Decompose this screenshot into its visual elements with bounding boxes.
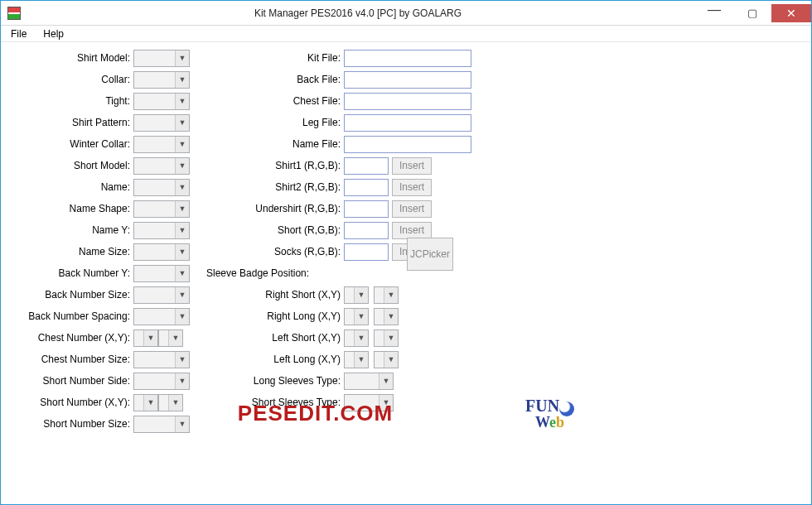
label-short-rgb: Short (R,G,B):: [196, 224, 344, 236]
label-right-short-xy: Right Short (X,Y): [196, 289, 344, 301]
select-right-long-y[interactable]: ▼: [374, 308, 399, 325]
input-leg-file[interactable]: [344, 114, 471, 132]
pesedit-logo: PESEDIT.COM: [238, 401, 393, 426]
select-chest-number-size[interactable]: ▼: [133, 351, 190, 368]
label-undershirt-rgb: Undershirt (R,G,B):: [196, 203, 344, 214]
select-back-number-size[interactable]: ▼: [133, 286, 190, 304]
chevron-down-icon: ▼: [175, 180, 189, 195]
input-shirt1-rgb[interactable]: [344, 157, 389, 175]
label-kit-file: Kit File:: [196, 52, 344, 64]
chevron-down-icon: ▼: [384, 330, 398, 346]
label-collar: Collar:: [1, 74, 133, 85]
input-undershirt-rgb[interactable]: [344, 200, 389, 218]
chevron-down-icon: ▼: [354, 352, 368, 368]
select-long-sleeves[interactable]: ▼: [344, 373, 394, 390]
label-chest-file: Chest File:: [196, 95, 344, 107]
chevron-down-icon: ▼: [175, 287, 189, 303]
select-right-long-x[interactable]: ▼: [344, 308, 369, 325]
label-tight: Tight:: [1, 95, 133, 107]
select-back-number-spacing[interactable]: ▼: [133, 308, 190, 325]
input-name-file[interactable]: [344, 136, 471, 153]
jcpicker-button[interactable]: JCPicker: [407, 238, 453, 271]
insert-shirt1-button[interactable]: Insert: [392, 157, 432, 175]
select-shirt-model[interactable]: ▼: [133, 50, 190, 67]
chevron-down-icon: ▼: [143, 330, 157, 346]
select-name-size[interactable]: ▼: [133, 243, 190, 261]
chevron-down-icon: ▼: [175, 50, 189, 66]
select-name-y[interactable]: ▼: [133, 222, 190, 239]
select-chest-number-x[interactable]: ▼: [133, 329, 158, 347]
select-left-long-x[interactable]: ▼: [344, 351, 369, 368]
label-left-long-xy: Left Long (X,Y): [196, 354, 344, 365]
insert-undershirt-button[interactable]: Insert: [392, 200, 432, 218]
chevron-down-icon: ▼: [175, 244, 189, 260]
input-chest-file[interactable]: [344, 93, 471, 110]
menubar: File Help: [1, 26, 811, 42]
label-short-model: Short Model:: [1, 160, 133, 171]
label-back-file: Back File:: [196, 74, 344, 85]
chevron-down-icon: ▼: [175, 373, 189, 389]
select-collar[interactable]: ▼: [133, 71, 190, 89]
window-title: Kit Manager PES2016 v4.0 [PC] by GOALARG: [21, 7, 695, 19]
chevron-down-icon: ▼: [384, 287, 398, 303]
chevron-down-icon: ▼: [175, 115, 189, 131]
select-right-short-y[interactable]: ▼: [374, 286, 399, 304]
select-tight[interactable]: ▼: [133, 93, 190, 110]
menu-help[interactable]: Help: [36, 26, 70, 41]
close-button[interactable]: ✕: [771, 4, 811, 22]
insert-short-button[interactable]: Insert: [392, 222, 432, 239]
label-chest-number-size: Chest Number Size:: [1, 354, 133, 365]
chevron-down-icon: ▼: [175, 352, 189, 368]
select-shirt-pattern[interactable]: ▼: [133, 114, 190, 132]
select-back-number-y[interactable]: ▼: [133, 265, 190, 282]
menu-file[interactable]: File: [4, 26, 33, 41]
label-name-y: Name Y:: [1, 224, 133, 236]
select-short-model[interactable]: ▼: [133, 157, 190, 175]
label-chest-number-xy: Chest Number (X,Y):: [1, 332, 133, 344]
label-shirt1-rgb: Shirt1 (R,G,B):: [196, 160, 344, 171]
label-name: Name:: [1, 181, 133, 193]
chevron-down-icon: ▼: [354, 287, 368, 303]
select-winter-collar[interactable]: ▼: [133, 136, 190, 153]
titlebar: Kit Manager PES2016 v4.0 [PC] by GOALARG…: [1, 1, 811, 26]
select-chest-number-y[interactable]: ▼: [158, 329, 183, 347]
minimize-button[interactable]: —: [695, 4, 733, 22]
label-name-file: Name File:: [196, 138, 344, 150]
label-back-number-size: Back Number Size:: [1, 289, 133, 301]
chevron-down-icon: ▼: [175, 266, 189, 281]
footer: PESEDIT.COM FUN Web: [1, 399, 811, 428]
label-short-number-side: Short Number Side:: [1, 375, 133, 387]
funweb-logo: FUN Web: [525, 399, 574, 428]
chevron-down-icon: ▼: [175, 201, 189, 217]
input-socks-rgb[interactable]: [344, 243, 389, 261]
select-name[interactable]: ▼: [133, 179, 190, 196]
select-left-short-y[interactable]: ▼: [374, 329, 399, 347]
label-right-long-xy: Right Long (X,Y): [196, 310, 344, 322]
input-shirt2-rgb[interactable]: [344, 179, 389, 196]
label-long-sleeves: Long Sleeves Type:: [196, 375, 344, 387]
chevron-down-icon: ▼: [175, 137, 189, 152]
insert-shirt2-button[interactable]: Insert: [392, 179, 432, 196]
app-icon: [7, 7, 21, 20]
label-name-size: Name Size:: [1, 246, 133, 257]
chevron-down-icon: ▼: [175, 223, 189, 238]
select-right-short-x[interactable]: ▼: [344, 286, 369, 304]
label-socks-rgb: Socks (R,G,B):: [196, 246, 344, 257]
label-shirt2-rgb: Shirt2 (R,G,B):: [196, 181, 344, 193]
input-back-file[interactable]: [344, 71, 471, 89]
chevron-down-icon: ▼: [354, 309, 368, 325]
label-left-short-xy: Left Short (X,Y): [196, 332, 344, 344]
label-back-number-spacing: Back Number Spacing:: [1, 310, 133, 322]
label-winter-collar: Winter Collar:: [1, 138, 133, 150]
select-left-long-y[interactable]: ▼: [374, 351, 399, 368]
chevron-down-icon: ▼: [175, 158, 189, 174]
input-kit-file[interactable]: [344, 50, 471, 67]
chevron-down-icon: ▼: [384, 309, 398, 325]
select-name-shape[interactable]: ▼: [133, 200, 190, 218]
input-short-rgb[interactable]: [344, 222, 389, 239]
label-sleeve-badge: Sleeve Badge Position:: [196, 267, 312, 279]
maximize-button[interactable]: ▢: [733, 4, 771, 22]
select-short-number-side[interactable]: ▼: [133, 373, 190, 390]
select-left-short-x[interactable]: ▼: [344, 329, 369, 347]
chevron-down-icon: ▼: [384, 352, 398, 368]
